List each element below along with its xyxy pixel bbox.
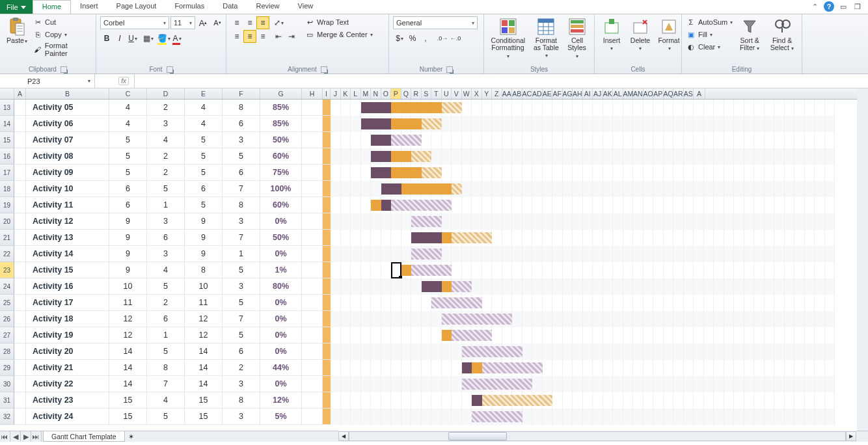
col-header-AS[interactable]: AS [684,88,694,99]
vertical-scrollbar[interactable] [857,88,868,431]
col-header-AP[interactable]: AP [653,88,664,99]
col-header-F[interactable]: F [223,88,260,99]
table-row[interactable]: 27Activity 191211250% [0,327,868,344]
align-bottom-button[interactable]: ≡ [256,16,269,29]
col-header-AH[interactable]: AH [573,88,583,99]
col-header-V[interactable]: V [452,88,462,99]
orientation-button[interactable]: ⤢▾ [272,16,285,29]
shrink-font-button[interactable]: A▾ [211,16,224,29]
table-row[interactable]: 15Activity 07545350% [0,132,868,148]
col-header-AB[interactable]: AB [512,88,522,99]
grid-rows[interactable]: 13Activity 05424885%14Activity 06434685%… [0,100,868,431]
tab-insert[interactable]: Insert [71,0,107,14]
col-header-AN[interactable]: AN [633,88,644,99]
table-row[interactable]: 14Activity 06434685% [0,116,868,132]
col-header-K[interactable]: K [341,88,351,99]
italic-button[interactable]: I [113,32,126,45]
table-row[interactable]: 24Activity 1610510380% [0,278,868,295]
restore-window-icon[interactable]: ❐ [852,1,863,12]
col-header-AJ[interactable]: AJ [593,88,603,99]
col-header-AC[interactable]: AC [522,88,533,99]
col-header-Y[interactable]: Y [482,88,493,99]
tab-file[interactable]: File [0,0,33,14]
col-header-N[interactable]: N [371,88,381,99]
col-header-AQ[interactable]: AQ [664,88,674,99]
col-header-X[interactable]: X [472,88,482,99]
font-name-combo[interactable]: Corbel▾ [100,16,169,29]
format-painter-button[interactable]: 🖌Format Painter [33,41,92,58]
col-header-P[interactable]: P [391,88,401,99]
col-header-AI[interactable]: AI [583,88,593,99]
col-header-A[interactable]: A [694,88,705,99]
align-left-button[interactable]: ≡ [230,30,243,43]
format-as-table-button[interactable]: Format as Table ▾ [531,16,562,61]
tab-formulas[interactable]: Formulas [165,0,213,14]
tab-review[interactable]: Review [247,0,288,14]
col-header-Q[interactable]: Q [401,88,412,99]
find-select-button[interactable]: Find & Select ▾ [766,16,798,53]
merge-center-button[interactable]: ▭Merge & Center▾ [305,29,373,40]
decrease-decimal-button[interactable]: ←.0 [449,32,462,45]
sheet-nav-prev-icon[interactable]: ◀ [10,431,21,442]
col-header-U[interactable]: U [442,88,452,99]
hscroll-right-icon[interactable]: ▶ [846,431,856,441]
col-header-R[interactable]: R [411,88,422,99]
tab-view[interactable]: View [289,0,323,14]
formula-input[interactable] [134,74,868,88]
col-header-S[interactable]: S [422,88,432,99]
autosum-button[interactable]: ΣAutoSum▾ [686,16,733,28]
hscroll-left-icon[interactable]: ◀ [338,431,349,441]
col-header-C[interactable]: C [109,88,147,99]
paste-button[interactable]: Paste▾ [4,16,30,46]
table-row[interactable]: 23Activity 1594851% [0,262,868,278]
worksheet-grid[interactable]: ABCDEFGHIJKLMNOPQRSTUVWXYZAAABACADAEAFAG… [0,88,868,431]
table-row[interactable]: 32Activity 241551535% [0,409,868,425]
font-size-combo[interactable]: 11▾ [170,16,195,29]
col-header-AF[interactable]: AF [552,88,563,99]
fill-color-button[interactable]: 🪣▾ [157,32,170,45]
table-row[interactable]: 30Activity 221471430% [0,376,868,392]
col-header-AM[interactable]: AM [623,88,634,99]
wrap-text-button[interactable]: ↩Wrap Text [305,16,373,28]
table-row[interactable]: 31Activity 2315415812% [0,392,868,409]
horizontal-scrollbar[interactable]: ◀ ▶ [338,431,856,442]
comma-format-button[interactable]: , [419,32,432,45]
fx-icon[interactable]: fx [95,74,134,88]
sheet-nav-next-icon[interactable]: ▶ [21,431,31,442]
table-row[interactable]: 17Activity 09525675% [0,165,868,181]
conditional-formatting-button[interactable]: Conditional Formatting ▾ [488,16,528,61]
clear-button[interactable]: ◐Clear▾ [686,41,733,53]
col-header-G[interactable]: G [260,88,302,99]
border-button[interactable]: ▦▾ [142,32,155,45]
table-row[interactable]: 16Activity 08525560% [0,148,868,165]
sheet-nav-first-icon[interactable]: ⏮ [0,431,10,442]
font-color-button[interactable]: A▾ [170,32,183,45]
bold-button[interactable]: B [100,32,113,45]
col-header-AR[interactable]: AR [673,88,684,99]
col-header-M[interactable]: M [361,88,372,99]
col-header-H[interactable]: H [302,88,323,99]
col-header-E[interactable]: E [185,88,223,99]
col-header-AE[interactable]: AE [543,88,553,99]
col-header-AL[interactable]: AL [613,88,623,99]
increase-indent-button[interactable]: ⇥ [285,30,298,43]
sheet-tab[interactable]: Gantt Chart Template [43,431,125,442]
col-header-AO[interactable]: AO [644,88,654,99]
align-right-button[interactable]: ≡ [256,30,269,43]
table-row[interactable]: 19Activity 11615860% [0,197,868,213]
sort-filter-button[interactable]: Sort & Filter ▾ [735,16,764,53]
new-sheet-icon[interactable]: ✶ [125,431,138,442]
cell-styles-button[interactable]: Cell Styles ▾ [564,16,590,61]
help-icon[interactable]: ? [824,1,834,12]
tab-home[interactable]: Home [33,0,71,14]
col-header-T[interactable]: T [431,88,442,99]
table-row[interactable]: 29Activity 2114814244% [0,360,868,376]
table-row[interactable]: 22Activity 1493910% [0,246,868,262]
col-header-AA[interactable]: AA [502,88,513,99]
increase-decimal-button[interactable]: .0→ [436,32,449,45]
name-box[interactable]: P23▾ [23,74,95,88]
table-row[interactable]: 20Activity 1293930% [0,213,868,230]
col-header-Z[interactable]: Z [492,88,502,99]
col-header-I[interactable]: I [323,88,331,99]
clipboard-dialog-icon[interactable] [61,66,67,73]
